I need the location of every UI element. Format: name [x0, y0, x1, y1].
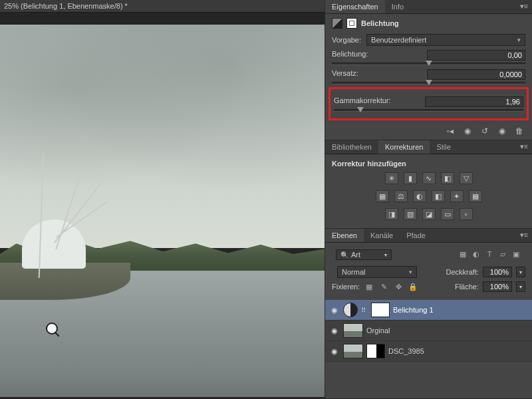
lock-label: Fixieren:	[332, 283, 360, 291]
layer-name[interactable]: Belichtung 1	[393, 306, 528, 314]
exposure-slider-row: Belichtung:	[332, 50, 525, 65]
filter-adjust-icon[interactable]: ◐	[471, 250, 481, 259]
tab-korrekturen[interactable]: Korrekturen	[378, 140, 430, 154]
lock-transparency-icon[interactable]: ▦	[364, 282, 374, 291]
preset-select[interactable]: Benutzerdefiniert	[366, 34, 525, 46]
layers-list: ◉ ⠿ Belichtung 1 ◉ Orginal ◉ DSC_3985	[325, 300, 532, 362]
panel-menu-icon[interactable]: ▾≡	[516, 0, 532, 13]
opacity-input[interactable]	[483, 267, 512, 277]
tab-ebenen[interactable]: Ebenen	[325, 229, 364, 242]
add-correction-title: Korrektur hinzufügen	[332, 158, 525, 170]
vibrance-icon[interactable]: ▽	[460, 172, 473, 184]
tab-kanaele[interactable]: Kanäle	[364, 229, 400, 242]
layers-panel: Ebenen Kanäle Pfade ▾≡ Art▾ ▦ ◐ T ▱ ▣ No…	[325, 229, 532, 399]
clip-to-layer-icon[interactable]: ▫◂	[444, 126, 456, 136]
layer-thumb	[343, 344, 363, 358]
lock-pixels-icon[interactable]: ✎	[378, 282, 389, 291]
fill-dropdown-icon[interactable]: ▾	[516, 281, 525, 292]
tab-stile[interactable]: Stile	[430, 140, 457, 154]
layer-thumb	[343, 323, 363, 338]
bw-icon[interactable]: ◐	[413, 190, 426, 202]
curves-icon[interactable]: ∿	[422, 172, 436, 184]
tab-pfade[interactable]: Pfade	[400, 229, 432, 242]
filter-shape-icon[interactable]: ▱	[497, 250, 508, 259]
channel-mixer-icon[interactable]: ✦	[450, 190, 464, 202]
layer-mask-thumb[interactable]	[366, 344, 385, 358]
threshold-icon[interactable]: ◪	[422, 208, 436, 220]
offset-slider-row: Versatz:	[332, 69, 525, 84]
delete-adjustment-icon[interactable]: 🗑	[513, 126, 525, 136]
layer-item[interactable]: ◉ Orginal	[325, 321, 532, 341]
offset-slider[interactable]	[332, 82, 525, 84]
panels-column: Eigenschaften Info ▾≡ Belichtung Vorgabe…	[325, 0, 532, 399]
canvas-area: 25% (Belichtung 1, Ebenenmaske/8) *	[0, 0, 325, 399]
filter-type-icon[interactable]: T	[484, 250, 495, 259]
properties-panel: Eigenschaften Info ▾≡ Belichtung Vorgabe…	[325, 0, 532, 140]
exposure-label: Belichtung:	[332, 50, 368, 61]
fill-label: Fläche:	[455, 283, 479, 291]
panel-menu-icon[interactable]: ▾≡	[516, 229, 532, 242]
reset-icon[interactable]: ↺	[479, 126, 491, 136]
document-image	[0, 25, 325, 397]
layer-name[interactable]: DSC_3985	[388, 347, 528, 355]
hue-sat-icon[interactable]: ▦	[376, 190, 389, 202]
adjustment-title: Belichtung	[361, 19, 399, 27]
blend-mode-select[interactable]: Normal	[337, 266, 417, 278]
layer-name[interactable]: Orginal	[366, 327, 528, 334]
visibility-toggle-icon[interactable]: ◉	[329, 306, 340, 315]
posterize-icon[interactable]: ▧	[404, 208, 417, 220]
gamma-slider-row: Gammakorrektur:	[334, 96, 523, 112]
adjustment-thumb-icon	[343, 303, 358, 317]
gradient-map-icon[interactable]: ▭	[441, 208, 454, 220]
zoom-out-cursor-icon	[46, 323, 58, 334]
exposure-value-input[interactable]	[427, 50, 525, 61]
tab-bibliotheken[interactable]: Bibliotheken	[325, 140, 378, 154]
mask-icon	[346, 18, 357, 29]
visibility-toggle-icon[interactable]: ◉	[329, 347, 340, 356]
lock-position-icon[interactable]: ✥	[393, 282, 404, 291]
exposure-icon	[332, 18, 342, 29]
offset-label: Versatz:	[332, 69, 358, 80]
toggle-visibility-icon[interactable]: ◉	[496, 126, 508, 136]
canvas-viewport[interactable]	[0, 13, 325, 399]
exposure-slider[interactable]	[332, 63, 525, 65]
invert-icon[interactable]: ◨	[385, 208, 398, 220]
opacity-dropdown-icon[interactable]: ▾	[516, 267, 525, 277]
brightness-contrast-icon[interactable]: ☀	[385, 172, 398, 184]
view-previous-icon[interactable]: ◉	[462, 126, 473, 136]
photo-filter-icon[interactable]: ◧	[432, 190, 445, 202]
opacity-label: Deckkraft:	[446, 268, 479, 276]
lock-all-icon[interactable]: 🔒	[408, 282, 418, 291]
panel-menu-icon[interactable]: ▾≡	[516, 140, 532, 154]
gamma-slider[interactable]	[334, 109, 523, 112]
link-icon[interactable]: ⠿	[361, 307, 368, 314]
filter-smart-icon[interactable]: ▣	[511, 250, 521, 259]
gamma-highlight: Gammakorrektur:	[329, 87, 529, 120]
layer-filter-kind-select[interactable]: Art▾	[336, 249, 392, 260]
layer-mask-thumb[interactable]	[371, 303, 390, 317]
layer-item[interactable]: ◉ DSC_3985	[325, 341, 532, 362]
corrections-panel: Bibliotheken Korrekturen Stile ▾≡ Korrek…	[325, 140, 532, 229]
levels-icon[interactable]: ▮	[404, 172, 417, 184]
visibility-toggle-icon[interactable]: ◉	[329, 327, 340, 335]
gamma-label: Gammakorrektur:	[334, 96, 391, 107]
selective-color-icon[interactable]: ▫	[460, 208, 473, 220]
tab-info[interactable]: Info	[385, 0, 410, 13]
layer-item[interactable]: ◉ ⠿ Belichtung 1	[325, 300, 532, 321]
tab-eigenschaften[interactable]: Eigenschaften	[325, 0, 385, 13]
gamma-value-input[interactable]	[425, 96, 523, 107]
filter-pixel-icon[interactable]: ▦	[458, 250, 468, 259]
fill-input[interactable]	[483, 281, 512, 292]
document-title: 25% (Belichtung 1, Ebenenmaske/8) *	[0, 0, 325, 13]
preset-label: Vorgabe:	[332, 36, 361, 44]
color-lookup-icon[interactable]: ▦	[469, 190, 482, 202]
color-balance-icon[interactable]: ⚖	[394, 190, 408, 202]
exposure-adj-icon[interactable]: ◧	[441, 172, 454, 184]
offset-value-input[interactable]	[427, 69, 525, 80]
